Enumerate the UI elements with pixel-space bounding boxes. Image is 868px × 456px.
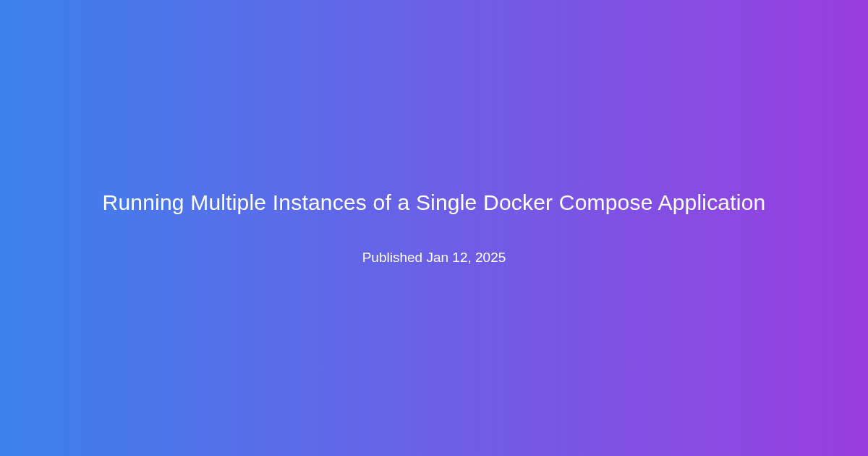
article-title: Running Multiple Instances of a Single D… [103, 190, 766, 215]
published-date: Published Jan 12, 2025 [362, 250, 506, 266]
